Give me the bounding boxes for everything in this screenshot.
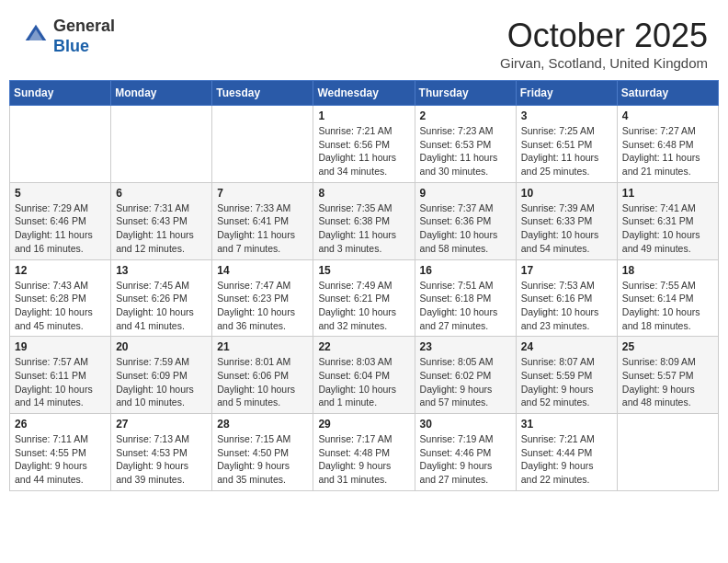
day-of-week-header: Monday — [111, 81, 212, 106]
day-info: Sunrise: 7:31 AM Sunset: 6:43 PM Dayligh… — [116, 201, 207, 256]
day-info: Sunrise: 7:45 AM Sunset: 6:26 PM Dayligh… — [116, 279, 207, 333]
calendar-cell: 9Sunrise: 7:37 AM Sunset: 6:36 PM Daylig… — [415, 182, 516, 259]
day-number: 19 — [15, 340, 106, 353]
calendar-cell — [617, 414, 718, 491]
day-number: 3 — [521, 109, 612, 122]
day-number: 14 — [217, 264, 308, 277]
calendar-cell: 27Sunrise: 7:13 AM Sunset: 4:53 PM Dayli… — [111, 414, 212, 491]
day-info: Sunrise: 7:25 AM Sunset: 6:51 PM Dayligh… — [521, 124, 612, 178]
logo: General Blue — [20, 17, 115, 56]
day-info: Sunrise: 7:41 AM Sunset: 6:31 PM Dayligh… — [622, 201, 713, 256]
day-number: 26 — [15, 418, 106, 431]
day-info: Sunrise: 7:23 AM Sunset: 6:53 PM Dayligh… — [420, 124, 511, 178]
day-info: Sunrise: 7:29 AM Sunset: 6:46 PM Dayligh… — [15, 201, 106, 256]
calendar-cell: 2Sunrise: 7:23 AM Sunset: 6:53 PM Daylig… — [415, 106, 516, 183]
day-info: Sunrise: 7:55 AM Sunset: 6:14 PM Dayligh… — [622, 279, 713, 333]
day-info: Sunrise: 8:03 AM Sunset: 6:04 PM Dayligh… — [318, 355, 409, 409]
page-header: General Blue October 2025 Girvan, Scotla… — [9, 9, 719, 75]
day-info: Sunrise: 7:17 AM Sunset: 4:48 PM Dayligh… — [318, 432, 409, 487]
day-number: 21 — [217, 340, 308, 353]
day-info: Sunrise: 7:39 AM Sunset: 6:33 PM Dayligh… — [521, 201, 612, 256]
calendar-cell: 16Sunrise: 7:51 AM Sunset: 6:18 PM Dayli… — [415, 259, 516, 337]
logo-blue-text: Blue — [53, 37, 89, 55]
calendar-cell: 17Sunrise: 7:53 AM Sunset: 6:16 PM Dayli… — [516, 259, 617, 337]
calendar-cell — [10, 106, 111, 183]
day-number: 10 — [521, 187, 612, 200]
day-number: 12 — [15, 264, 106, 277]
day-number: 5 — [15, 187, 106, 200]
calendar-cell — [212, 106, 313, 183]
day-info: Sunrise: 7:33 AM Sunset: 6:41 PM Dayligh… — [217, 201, 308, 256]
day-info: Sunrise: 7:47 AM Sunset: 6:23 PM Dayligh… — [217, 279, 308, 333]
day-of-week-header: Thursday — [415, 81, 516, 106]
calendar-cell: 24Sunrise: 8:07 AM Sunset: 5:59 PM Dayli… — [516, 337, 617, 414]
calendar-cell: 19Sunrise: 7:57 AM Sunset: 6:11 PM Dayli… — [10, 337, 111, 414]
calendar-cell: 5Sunrise: 7:29 AM Sunset: 6:46 PM Daylig… — [10, 182, 111, 259]
calendar-cell: 26Sunrise: 7:11 AM Sunset: 4:55 PM Dayli… — [10, 414, 111, 491]
day-number: 18 — [622, 264, 713, 277]
calendar-cell: 31Sunrise: 7:21 AM Sunset: 4:44 PM Dayli… — [516, 414, 617, 491]
day-number: 23 — [420, 340, 511, 353]
location-text: Girvan, Scotland, United Kingdom — [500, 55, 708, 71]
day-of-week-header: Friday — [516, 81, 617, 106]
day-info: Sunrise: 7:49 AM Sunset: 6:21 PM Dayligh… — [318, 279, 409, 333]
day-of-week-header: Wednesday — [313, 81, 415, 106]
day-info: Sunrise: 7:27 AM Sunset: 6:48 PM Dayligh… — [622, 124, 713, 178]
day-info: Sunrise: 7:13 AM Sunset: 4:53 PM Dayligh… — [116, 432, 207, 487]
calendar-cell: 21Sunrise: 8:01 AM Sunset: 6:06 PM Dayli… — [212, 337, 313, 414]
day-info: Sunrise: 8:07 AM Sunset: 5:59 PM Dayligh… — [521, 355, 612, 409]
day-info: Sunrise: 7:21 AM Sunset: 6:56 PM Dayligh… — [318, 124, 409, 178]
calendar-cell: 20Sunrise: 7:59 AM Sunset: 6:09 PM Dayli… — [111, 337, 212, 414]
calendar-cell: 10Sunrise: 7:39 AM Sunset: 6:33 PM Dayli… — [516, 182, 617, 259]
day-info: Sunrise: 7:11 AM Sunset: 4:55 PM Dayligh… — [15, 432, 106, 487]
day-of-week-header: Tuesday — [212, 81, 313, 106]
day-info: Sunrise: 7:59 AM Sunset: 6:09 PM Dayligh… — [116, 355, 207, 409]
day-info: Sunrise: 7:35 AM Sunset: 6:38 PM Dayligh… — [318, 201, 409, 256]
calendar-cell — [111, 106, 212, 183]
calendar-week-row: 1Sunrise: 7:21 AM Sunset: 6:56 PM Daylig… — [10, 106, 719, 183]
day-number: 16 — [420, 264, 511, 277]
day-info: Sunrise: 7:57 AM Sunset: 6:11 PM Dayligh… — [15, 355, 106, 409]
calendar-cell: 12Sunrise: 7:43 AM Sunset: 6:28 PM Dayli… — [10, 259, 111, 337]
calendar-cell: 22Sunrise: 8:03 AM Sunset: 6:04 PM Dayli… — [313, 337, 415, 414]
day-number: 22 — [318, 340, 409, 353]
calendar-week-row: 5Sunrise: 7:29 AM Sunset: 6:46 PM Daylig… — [10, 182, 719, 259]
month-title: October 2025 — [500, 17, 708, 55]
calendar-week-row: 26Sunrise: 7:11 AM Sunset: 4:55 PM Dayli… — [10, 414, 719, 491]
day-number: 7 — [217, 187, 308, 200]
calendar-cell: 25Sunrise: 8:09 AM Sunset: 5:57 PM Dayli… — [617, 337, 718, 414]
day-number: 6 — [116, 187, 207, 200]
day-info: Sunrise: 7:51 AM Sunset: 6:18 PM Dayligh… — [420, 279, 511, 333]
day-number: 1 — [318, 109, 409, 122]
calendar-week-row: 12Sunrise: 7:43 AM Sunset: 6:28 PM Dayli… — [10, 259, 719, 337]
day-number: 17 — [521, 264, 612, 277]
calendar-cell: 11Sunrise: 7:41 AM Sunset: 6:31 PM Dayli… — [617, 182, 718, 259]
day-of-week-header: Sunday — [10, 81, 111, 106]
day-number: 31 — [521, 418, 612, 431]
day-info: Sunrise: 7:37 AM Sunset: 6:36 PM Dayligh… — [420, 201, 511, 256]
calendar-header-row: SundayMondayTuesdayWednesdayThursdayFrid… — [10, 81, 719, 106]
day-of-week-header: Saturday — [617, 81, 718, 106]
day-number: 9 — [420, 187, 511, 200]
calendar-cell: 14Sunrise: 7:47 AM Sunset: 6:23 PM Dayli… — [212, 259, 313, 337]
calendar-cell: 4Sunrise: 7:27 AM Sunset: 6:48 PM Daylig… — [617, 106, 718, 183]
calendar-cell: 8Sunrise: 7:35 AM Sunset: 6:38 PM Daylig… — [313, 182, 415, 259]
title-block: October 2025 Girvan, Scotland, United Ki… — [500, 17, 708, 71]
day-number: 2 — [420, 109, 511, 122]
day-number: 29 — [318, 418, 409, 431]
day-number: 25 — [622, 340, 713, 353]
day-info: Sunrise: 7:15 AM Sunset: 4:50 PM Dayligh… — [217, 432, 308, 487]
day-info: Sunrise: 7:19 AM Sunset: 4:46 PM Dayligh… — [420, 432, 511, 487]
day-info: Sunrise: 8:09 AM Sunset: 5:57 PM Dayligh… — [622, 355, 713, 409]
day-info: Sunrise: 7:43 AM Sunset: 6:28 PM Dayligh… — [15, 279, 106, 333]
calendar-cell: 6Sunrise: 7:31 AM Sunset: 6:43 PM Daylig… — [111, 182, 212, 259]
calendar-cell: 28Sunrise: 7:15 AM Sunset: 4:50 PM Dayli… — [212, 414, 313, 491]
calendar-cell: 7Sunrise: 7:33 AM Sunset: 6:41 PM Daylig… — [212, 182, 313, 259]
day-number: 27 — [116, 418, 207, 431]
day-info: Sunrise: 8:01 AM Sunset: 6:06 PM Dayligh… — [217, 355, 308, 409]
day-number: 28 — [217, 418, 308, 431]
day-number: 8 — [318, 187, 409, 200]
calendar-cell: 29Sunrise: 7:17 AM Sunset: 4:48 PM Dayli… — [313, 414, 415, 491]
day-number: 11 — [622, 187, 713, 200]
day-info: Sunrise: 7:53 AM Sunset: 6:16 PM Dayligh… — [521, 279, 612, 333]
